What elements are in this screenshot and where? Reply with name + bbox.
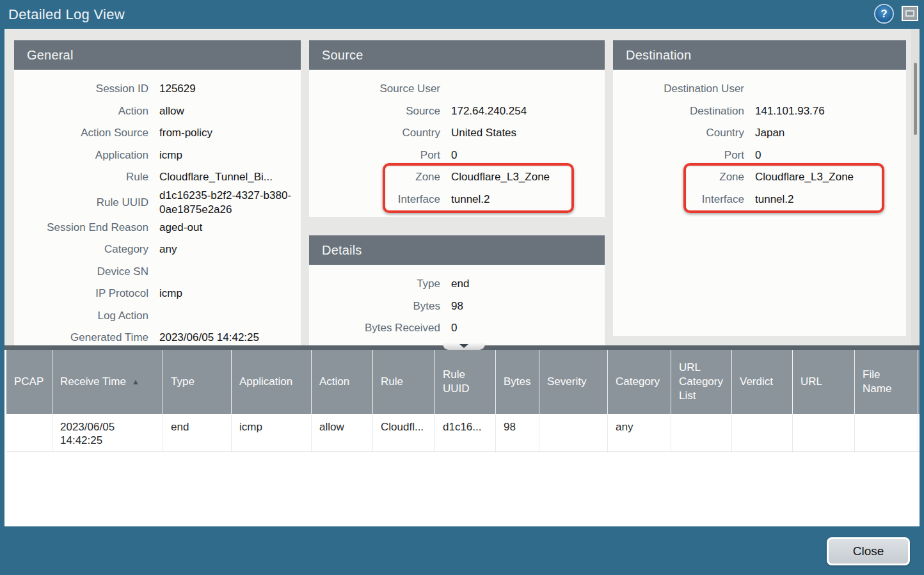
field-row: Bytes Received 0 <box>309 317 605 340</box>
field-label: Source <box>309 105 440 118</box>
field-value: allow <box>148 104 192 118</box>
field-label: Zone <box>613 171 744 184</box>
field-value: from-policy <box>148 126 220 140</box>
panel-destination-body: Destination User Destination 141.101.93.… <box>613 70 906 210</box>
field-row: Destination 141.101.93.76 <box>613 100 906 123</box>
column-header[interactable]: Action <box>312 350 373 414</box>
close-button[interactable]: Close <box>827 537 910 565</box>
column-header-label: Action <box>319 375 349 389</box>
field-value: Cloudflare_Tunnel_Bi... <box>148 170 280 184</box>
field-value: icmp <box>148 148 190 162</box>
help-glyph: ? <box>880 8 887 20</box>
column-header-label: Receive Time <box>60 375 126 389</box>
dialog-title: Detailed Log View <box>8 6 125 23</box>
field-label: Device SN <box>14 265 148 278</box>
dialog-titlebar: Detailed Log View ? <box>0 0 924 29</box>
field-label: IP Protocol <box>14 287 148 300</box>
field-value: aged-out <box>148 221 210 235</box>
field-row: Port 0 <box>309 145 605 167</box>
column-header[interactable]: Category <box>608 350 671 414</box>
field-label: Destination User <box>613 83 744 95</box>
column-header-label: Rule <box>381 375 403 389</box>
log-table-row[interactable]: 2023/06/05 14:42:25 end icmp allow Cloud… <box>6 414 920 452</box>
field-label: Port <box>613 149 744 162</box>
field-value: 98 <box>440 299 471 313</box>
field-row: Source 172.64.240.254 <box>309 100 605 123</box>
field-row: Interface tunnel.2 <box>613 189 906 211</box>
field-value: 0 <box>440 148 465 162</box>
column-header[interactable]: Verdict <box>732 350 793 414</box>
log-table-cell: d1c16... <box>435 414 496 452</box>
window-glyph <box>905 10 914 17</box>
column-header[interactable]: Rule <box>373 350 435 414</box>
field-label: Action <box>14 105 148 118</box>
panel-source-body: Source User Source 172.64.240.254 Countr… <box>309 70 605 210</box>
field-row: Bytes 98 <box>309 295 605 318</box>
field-row: Action allow <box>14 100 301 123</box>
field-label: Source User <box>309 83 440 95</box>
column-header-label: Category <box>616 375 660 389</box>
field-label: Rule <box>14 171 148 184</box>
sort-ascending-icon: ▲ <box>132 375 139 389</box>
column-header-label: Rule UUID <box>443 368 486 396</box>
maximize-window-icon[interactable] <box>902 6 918 21</box>
column-header[interactable]: PCAP <box>6 350 52 414</box>
field-label: Country <box>613 127 744 139</box>
field-row: Session ID 125629 <box>14 78 301 100</box>
field-label: Zone <box>309 171 440 184</box>
field-row: Source User <box>309 78 605 100</box>
panel-details-header: Details <box>309 235 605 265</box>
log-table-cell: 2023/06/05 14:42:25 <box>52 414 163 452</box>
field-row: Generated Time 2023/06/05 14:42:25 <box>14 327 301 346</box>
field-label: Log Action <box>14 310 148 322</box>
field-label: Interface <box>613 193 744 206</box>
scrollbar-thumb[interactable] <box>914 63 917 135</box>
panel-general-header: General <box>14 40 301 70</box>
field-row: Session End Reason aged-out <box>14 217 301 239</box>
log-table-cell <box>855 414 918 452</box>
column-header-label: Type <box>171 375 195 389</box>
column-header[interactable]: Severity <box>539 350 608 414</box>
column-header[interactable]: Rule UUID <box>435 350 496 414</box>
field-label: Bytes Received <box>309 322 440 335</box>
column-header[interactable]: File Name <box>855 350 918 414</box>
column-header[interactable]: Bytes <box>496 350 539 414</box>
log-table-cell <box>671 414 732 452</box>
field-value: tunnel.2 <box>744 193 802 207</box>
panel-destination: Destination Destination User Destination… <box>613 40 906 336</box>
field-label: Bytes <box>309 300 440 313</box>
panel-source-header: Source <box>309 40 605 70</box>
column-header-label: URL <box>801 375 822 389</box>
column-header[interactable]: Type <box>163 350 232 414</box>
column-header[interactable]: URL Category List <box>671 350 732 414</box>
panel-general: General Session ID 125629 Action allow A… <box>14 40 301 346</box>
splitter-handle[interactable] <box>443 343 485 350</box>
field-label: Generated Time <box>14 331 148 344</box>
field-value: Japan <box>744 126 792 140</box>
help-icon[interactable]: ? <box>875 5 893 22</box>
column-header[interactable]: Receive Time ▲ <box>52 350 163 414</box>
field-label: Session End Reason <box>14 221 148 234</box>
log-table-header: PCAP Receive Time ▲ Type Application <box>6 350 920 414</box>
panel-source: Source Source User Source 172.64.240.254… <box>309 40 605 217</box>
field-row: Country Japan <box>613 122 906 145</box>
log-table: PCAP Receive Time ▲ Type Application <box>4 350 920 526</box>
field-value: 0 <box>440 321 465 335</box>
column-header[interactable]: URL <box>793 350 855 414</box>
panel-details: Details Type end Bytes 98 Bytes Received… <box>309 235 605 346</box>
field-row: IP Protocol icmp <box>14 283 301 305</box>
field-row: Interface tunnel.2 <box>309 189 605 211</box>
field-value: 125629 <box>148 82 203 96</box>
field-row: Application icmp <box>14 145 301 167</box>
field-value: United States <box>440 126 524 140</box>
column-header[interactable]: Application <box>232 350 312 414</box>
field-row: Zone Cloudflare_L3_Zone <box>613 166 906 189</box>
field-value: end <box>440 277 477 291</box>
field-row: Action Source from-policy <box>14 122 301 145</box>
log-table-cell <box>793 414 855 452</box>
field-value: 2023/06/05 14:42:25 <box>148 331 267 345</box>
field-row: Rule Cloudflare_Tunnel_Bi... <box>14 166 301 189</box>
field-label: Port <box>309 149 440 162</box>
field-row: Port 0 <box>613 145 906 167</box>
column-header-label: Bytes <box>504 375 531 389</box>
